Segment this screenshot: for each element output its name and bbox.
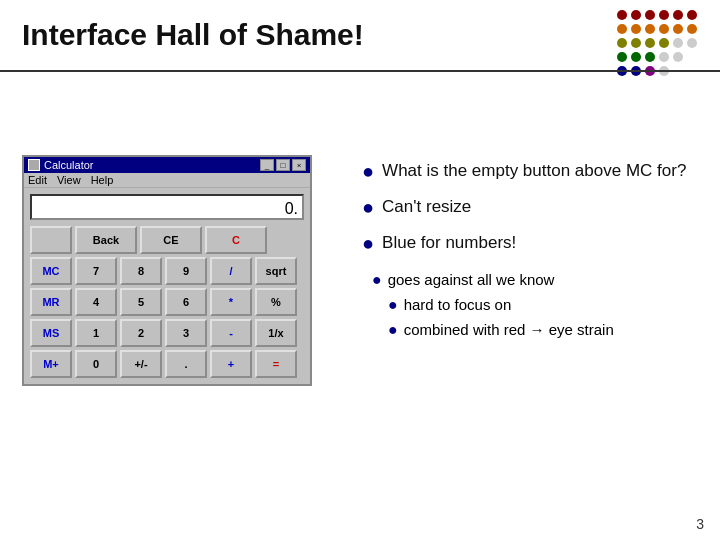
- calc-row-0: Back CE C: [30, 226, 304, 254]
- bullet-item-0: ● What is the empty button above MC for?: [362, 160, 700, 184]
- menu-edit[interactable]: Edit: [28, 174, 47, 186]
- svg-point-6: [617, 24, 627, 34]
- svg-point-12: [617, 38, 627, 48]
- 9-btn[interactable]: 9: [165, 257, 207, 285]
- sub-btn[interactable]: -: [210, 319, 252, 347]
- calc-row-4: M+ 0 +/- . + =: [30, 350, 304, 378]
- svg-point-20: [645, 52, 655, 62]
- 2-btn[interactable]: 2: [120, 319, 162, 347]
- calc-buttons: Back CE C MC 7 8 9 / sqrt: [30, 226, 304, 378]
- svg-point-4: [673, 10, 683, 20]
- menu-view[interactable]: View: [57, 174, 81, 186]
- sub-text-1: hard to focus on: [404, 295, 512, 315]
- close-btn[interactable]: ×: [292, 159, 306, 171]
- calculator-area: Calculator _ □ × Edit View Help 0.: [22, 155, 332, 386]
- svg-point-11: [687, 24, 697, 34]
- calc-titlebar-buttons: _ □ ×: [260, 159, 306, 171]
- back-btn[interactable]: Back: [75, 226, 137, 254]
- svg-point-17: [687, 38, 697, 48]
- calc-menubar: Edit View Help: [24, 173, 310, 188]
- sub-text-2: combined with red → eye strain: [404, 320, 614, 340]
- svg-point-10: [673, 24, 683, 34]
- add-btn[interactable]: +: [210, 350, 252, 378]
- pct-btn[interactable]: %: [255, 288, 297, 316]
- ce-btn[interactable]: CE: [140, 226, 202, 254]
- ms-btn[interactable]: MS: [30, 319, 72, 347]
- sub-dot-2: ●: [388, 320, 398, 341]
- svg-point-21: [659, 52, 669, 62]
- svg-point-9: [659, 24, 669, 34]
- sub-bullet-item-0: ● goes against all we know: [372, 270, 614, 291]
- bullet-text-0: What is the empty button above MC for?: [382, 160, 686, 182]
- svg-point-0: [617, 10, 627, 20]
- bullet-list: ● What is the empty button above MC for?…: [362, 160, 700, 344]
- bullet-item-2: ● Blue for numbers! ● goes against all w…: [362, 232, 700, 344]
- 0-btn[interactable]: 0: [75, 350, 117, 378]
- dot-btn[interactable]: .: [165, 350, 207, 378]
- svg-point-13: [631, 38, 641, 48]
- inv-btn[interactable]: 1/x: [255, 319, 297, 347]
- bullet-text-1: Can't resize: [382, 196, 471, 218]
- calc-title: Calculator: [44, 159, 94, 171]
- bullet-dot-0: ●: [362, 158, 374, 184]
- svg-point-22: [673, 52, 683, 62]
- 3-btn[interactable]: 3: [165, 319, 207, 347]
- svg-point-19: [631, 52, 641, 62]
- svg-point-3: [659, 10, 669, 20]
- display-value: 0.: [285, 200, 298, 217]
- bullet-area: ● What is the empty button above MC for?…: [332, 155, 700, 386]
- page-number: 3: [696, 516, 704, 532]
- eq-btn[interactable]: =: [255, 350, 297, 378]
- svg-point-16: [673, 38, 683, 48]
- svg-point-1: [631, 10, 641, 20]
- menu-help[interactable]: Help: [91, 174, 114, 186]
- title-divider: [0, 70, 720, 72]
- calc-row-3: MS 1 2 3 - 1/x: [30, 319, 304, 347]
- mplus-btn[interactable]: M+: [30, 350, 72, 378]
- svg-point-18: [617, 52, 627, 62]
- 6-btn[interactable]: 6: [165, 288, 207, 316]
- bullet-dot-2: ●: [362, 230, 374, 256]
- empty-btn[interactable]: [30, 226, 72, 254]
- calculator-window: Calculator _ □ × Edit View Help 0.: [22, 155, 312, 386]
- bullet-dot-1: ●: [362, 194, 374, 220]
- sign-btn[interactable]: +/-: [120, 350, 162, 378]
- bullet-item-1: ● Can't resize: [362, 196, 700, 220]
- calc-row-1: MC 7 8 9 / sqrt: [30, 257, 304, 285]
- calc-body: 0. Back CE C MC 7 8: [24, 188, 310, 384]
- svg-point-2: [645, 10, 655, 20]
- sub-bullet-item-2: ● combined with red → eye strain: [372, 320, 614, 341]
- 4-btn[interactable]: 4: [75, 288, 117, 316]
- minimize-btn[interactable]: _: [260, 159, 274, 171]
- div-btn[interactable]: /: [210, 257, 252, 285]
- svg-point-7: [631, 24, 641, 34]
- calc-row-2: MR 4 5 6 * %: [30, 288, 304, 316]
- sqrt-btn[interactable]: sqrt: [255, 257, 297, 285]
- svg-point-5: [687, 10, 697, 20]
- calc-titlebar-left: Calculator: [28, 159, 94, 171]
- sub-text-0: goes against all we know: [388, 270, 555, 290]
- mul-btn[interactable]: *: [210, 288, 252, 316]
- svg-point-8: [645, 24, 655, 34]
- calc-display: 0.: [30, 194, 304, 220]
- main-content: Calculator _ □ × Edit View Help 0.: [0, 137, 720, 386]
- maximize-btn[interactable]: □: [276, 159, 290, 171]
- sub-dot-0: ●: [372, 270, 382, 291]
- 7-btn[interactable]: 7: [75, 257, 117, 285]
- mc-btn[interactable]: MC: [30, 257, 72, 285]
- sub-bullet-list: ● goes against all we know ● hard to foc…: [362, 270, 614, 344]
- 8-btn[interactable]: 8: [120, 257, 162, 285]
- c-btn[interactable]: C: [205, 226, 267, 254]
- 1-btn[interactable]: 1: [75, 319, 117, 347]
- calc-icon: [28, 159, 40, 171]
- mr-btn[interactable]: MR: [30, 288, 72, 316]
- svg-point-14: [645, 38, 655, 48]
- svg-point-15: [659, 38, 669, 48]
- calc-titlebar: Calculator _ □ ×: [24, 157, 310, 173]
- sub-bullet-item-1: ● hard to focus on: [372, 295, 614, 316]
- bullet-text-2: Blue for numbers!: [382, 232, 516, 254]
- 5-btn[interactable]: 5: [120, 288, 162, 316]
- sub-dot-1: ●: [388, 295, 398, 316]
